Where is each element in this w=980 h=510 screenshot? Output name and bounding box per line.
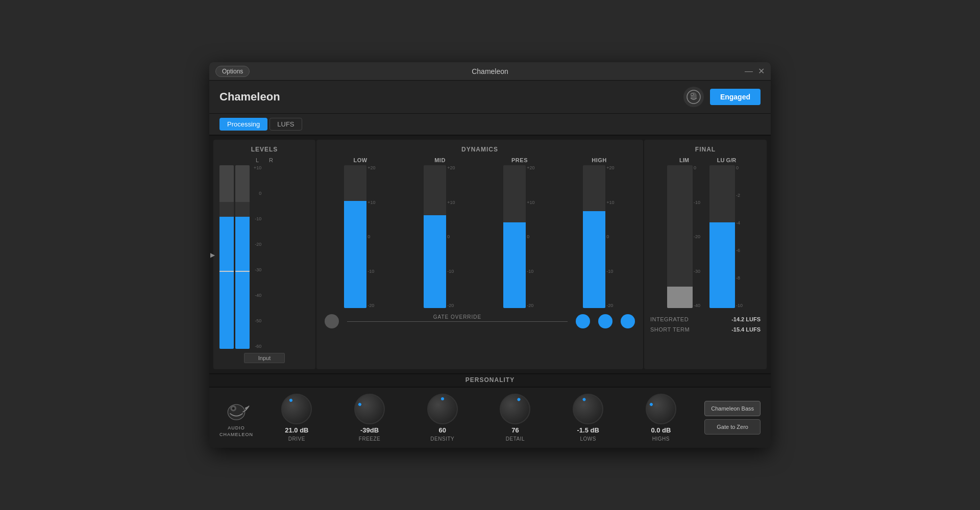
meter-with-scale: +10 0 -10 -20 -30 -40 -50 -60 [219,165,263,349]
r-label: R [269,157,273,163]
knob-density-group: 60 DENSITY [409,394,476,442]
svg-point-4 [228,405,244,420]
integrated-value: -14.2 LUFS [731,316,761,322]
final-lim-label: LIM [679,157,689,163]
chameleon-bass-button[interactable]: Chameleon Bass [704,401,761,416]
detail-value: 76 [511,426,519,434]
highs-value: 0.0 dB [651,426,671,434]
detail-knob[interactable] [500,394,530,424]
drive-value: 21.0 dB [285,426,308,434]
scale-label-m10: -10 [254,216,261,221]
tab-lufs[interactable]: LUFS [270,118,302,131]
density-value: 60 [439,426,446,434]
density-knob[interactable] [427,394,458,424]
dyn-pres-scale: +20 +10 0 -10 -20 [526,165,535,308]
drive-knob-indicator [289,398,293,402]
gate-mid-button[interactable] [576,314,590,328]
final-lim-bars-scale: 0 -10 -20 -30 -40 [667,165,701,308]
l-meter-track [219,165,234,349]
gate-override-row: GATE OVERRIDE [325,314,635,328]
r-meter-fill [235,217,250,349]
drive-knob[interactable] [281,394,312,424]
meters-container [219,165,250,349]
gate-pres-button[interactable] [598,314,612,328]
dynamics-bars-row: LOW +20 +10 0 -10 -20 [323,157,637,308]
dyn-mid-scale: +20 +10 0 -10 -20 [446,165,456,308]
dyn-mid-label: MID [434,157,446,163]
final-lug-group: LU G/R 0 -2 -4 -6 -8 -10 [709,157,744,308]
lows-label: LOWS [580,436,596,442]
lows-knob-indicator [582,397,586,401]
close-button[interactable]: ✕ [758,66,765,76]
dyn-low-track [344,165,366,308]
dyn-high-track [583,165,605,308]
final-lug-fill [709,222,735,308]
dyn-high-label: HIGH [592,157,607,163]
minimize-button[interactable]: — [745,67,753,76]
dyn-pres-label: PRES [511,157,528,163]
short-term-value: -15.4 LUFS [731,326,761,333]
scale-label-m30: -30 [254,267,261,272]
highs-knob[interactable] [646,394,676,424]
knob-lows-group: -1.5 dB LOWS [555,394,622,442]
gate-to-zero-button[interactable]: Gate to Zero [704,419,761,435]
gate-override-label: GATE OVERRIDE [433,314,482,320]
lows-value: -1.5 dB [577,426,599,434]
scale-label-10: +10 [254,165,261,170]
scale-label-m20: -20 [254,242,261,247]
gate-line-container: GATE OVERRIDE [347,321,568,322]
dyn-pres-track [503,165,526,308]
gate-override-section: GATE OVERRIDE [323,314,637,328]
tabs-bar: Processing LUFS [209,114,771,136]
dyn-pres-fill [503,222,526,308]
final-lim-track [667,165,693,308]
l-label: L [256,157,259,163]
scale-label-0: 0 [254,191,261,196]
dyn-low-bars-scale: +20 +10 0 -10 -20 [344,165,376,308]
dyn-low-label: LOW [353,157,367,163]
input-label: Input [244,353,285,363]
freeze-label: FREEZE [359,436,380,442]
header-title: Chameleon [219,90,280,104]
personality-buttons: Chameleon Bass Gate to Zero [704,401,761,435]
gate-high-button[interactable] [621,314,635,328]
r-meter-track [235,165,250,349]
freeze-knob-indicator [358,402,362,406]
audio-chameleon-logo: AUDIOCHAMELEON [219,397,253,438]
final-lim-fill [667,287,693,308]
logo-svg [221,397,252,423]
knob-freeze-group: -39dB FREEZE [336,394,403,442]
options-button[interactable]: Options [215,66,250,77]
personality-title-bar: PERSONALITY [209,373,771,387]
highs-label: HIGHS [652,436,670,442]
chameleon-logo-icon [683,87,704,107]
dyn-mid-track [424,165,446,308]
dyn-bar-mid: MID +20 +10 0 -10 -20 [424,157,456,308]
knob-detail-group: 76 DETAIL [482,394,549,442]
gate-override-line [347,321,568,322]
final-panel: FINAL LIM 0 -10 -20 -30 -40 [644,140,767,369]
short-term-label: SHORT TERM [650,326,690,333]
window-title: Chameleon [472,67,508,75]
final-lim-scale: 0 -10 -20 -30 -40 [693,165,701,308]
engaged-button[interactable]: Engaged [710,89,761,105]
scale-label-m50: -50 [254,318,261,323]
dyn-mid-fill [424,215,446,308]
audio-chameleon-text: AUDIOCHAMELEON [219,425,253,438]
freeze-knob[interactable] [354,394,385,424]
lows-knob[interactable] [573,394,603,424]
title-bar: Options Chameleon — ✕ [209,62,771,81]
knob-drive-group: 21.0 dB DRIVE [263,394,330,442]
gate-low-button[interactable] [325,314,339,328]
header-right: Engaged [683,87,761,107]
dyn-high-bars-scale: +20 +10 0 -10 -20 [583,165,615,308]
short-term-row: SHORT TERM -15.4 LUFS [650,326,761,333]
dyn-high-fill [583,211,605,308]
tab-processing[interactable]: Processing [219,118,267,131]
dyn-low-fill [344,201,366,308]
levels-scale: +10 0 -10 -20 -30 -40 -50 -60 [252,165,263,349]
density-label: DENSITY [430,436,454,442]
final-lug-label: LU G/R [717,157,736,163]
levels-lr-label: L R [219,157,309,163]
personality-section: AUDIOCHAMELEON 21.0 dB DRIVE -39dB FREEZ… [209,387,771,448]
